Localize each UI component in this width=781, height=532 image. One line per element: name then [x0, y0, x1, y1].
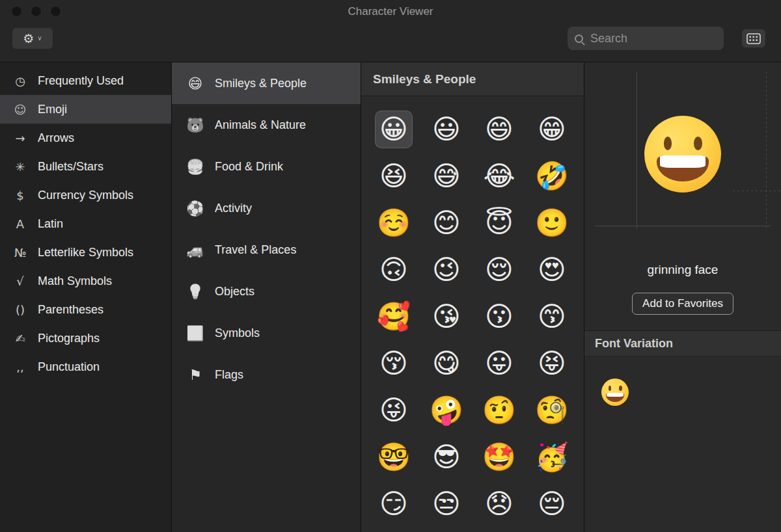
comma-icon: ,,: [10, 360, 30, 374]
sidebar-item-currency-symbols[interactable]: $ Currency Symbols: [0, 181, 171, 209]
sidebar-item-label: Frequently Used: [38, 74, 124, 88]
emoji-cell[interactable]: 😜: [375, 392, 413, 429]
search-input[interactable]: [589, 31, 717, 46]
metric-guide-vertical-dashed: [766, 72, 767, 229]
window-title: Character Viewer: [0, 5, 781, 18]
actions-menu-button[interactable]: ⚙ ∨: [12, 27, 53, 49]
sidebar-item-label: Bullets/Stars: [38, 160, 103, 174]
emoji-cell[interactable]: 😉: [428, 251, 465, 289]
emoji-cell[interactable]: 🤩: [480, 438, 518, 476]
glyph-preview-area: 😀: [584, 62, 781, 258]
emoji-cell[interactable]: 😛: [480, 345, 518, 382]
sidebar-item-punctuation[interactable]: ,, Punctuation: [0, 352, 171, 381]
emoji-cell[interactable]: 🥳: [533, 438, 571, 476]
emoji-cell[interactable]: 😄: [480, 111, 518, 148]
emoji-cell[interactable]: 😝: [533, 345, 571, 382]
emoji-cell[interactable]: 😌: [480, 251, 518, 289]
category-label: Animals & Nature: [215, 118, 306, 132]
category-item-activity[interactable]: ⚽ Activity: [172, 187, 361, 229]
emoji-cell[interactable]: 😅: [428, 157, 465, 195]
emoji-cell[interactable]: 😔: [533, 485, 571, 523]
emoji-cell[interactable]: 😘: [428, 298, 465, 336]
emoji-cell[interactable]: 😞: [480, 485, 518, 523]
category-item-food-drink[interactable]: 🍔 Food & Drink: [172, 146, 361, 187]
category-item-animals-nature[interactable]: 🐻 Animals & Nature: [172, 104, 361, 146]
metric-guide-vertical: [637, 72, 637, 229]
lightbulb-icon: 💡: [186, 284, 204, 300]
glyph-name: grinning face: [584, 263, 781, 277]
emoji-cell[interactable]: 😙: [533, 298, 571, 336]
sidebar-item-parentheses[interactable]: () Parentheses: [0, 295, 171, 324]
emoji-cell[interactable]: 🤓: [375, 438, 413, 476]
emoji-cell[interactable]: 🤣: [533, 157, 571, 195]
category-item-smileys-people[interactable]: 😄 Smileys & People: [172, 62, 361, 104]
emoji-cell[interactable]: 😆: [375, 157, 413, 195]
emoji-cell[interactable]: 😒: [428, 485, 465, 523]
emoji-cell[interactable]: 😃: [428, 111, 465, 148]
sidebar-item-bullets-stars[interactable]: ✳ Bullets/Stars: [0, 152, 171, 181]
emoji-cell[interactable]: 🥰: [375, 298, 413, 336]
sidebar-item-label: Latin: [38, 217, 63, 231]
category-label: Objects: [215, 285, 254, 299]
emoji-cell[interactable]: 😏: [375, 485, 413, 523]
font-variant-glyph[interactable]: 😀: [601, 379, 629, 406]
clock-icon: ◷: [10, 74, 30, 88]
emoji-cell[interactable]: 🙂: [533, 204, 571, 242]
parentheses-icon: (): [10, 303, 30, 317]
face-eye: [609, 386, 612, 391]
add-to-favorites-button[interactable]: Add to Favorites: [632, 293, 733, 315]
variant-emoji-char: 😀: [601, 378, 601, 379]
emoji-cell[interactable]: 😁: [533, 111, 571, 148]
emoji-grid: 😀😃😄😁😆😅😂🤣☺️😊😇🙂🙃😉😌😍🥰😘😗😙😚😋😛😝😜🤪🤨🧐🤓😎🤩🥳😏😒😞😔: [361, 96, 584, 523]
face-teeth: [660, 155, 706, 167]
sidebar-item-math-symbols[interactable]: √ Math Symbols: [0, 267, 171, 295]
gear-icon: ⚙: [23, 33, 34, 45]
sidebar-item-label: Letterlike Symbols: [38, 246, 133, 259]
panel-toggle-button[interactable]: [742, 29, 765, 47]
vehicle-icon: 🚙: [186, 242, 204, 258]
symbols-box-icon: 🔣: [186, 325, 204, 341]
category-item-travel-places[interactable]: 🚙 Travel & Places: [172, 229, 361, 271]
arrow-icon: →: [10, 131, 30, 145]
dollar-icon: $: [10, 189, 30, 202]
sidebar-item-label: Punctuation: [38, 360, 100, 374]
sidebar-item-label: Currency Symbols: [38, 189, 133, 202]
category-item-symbols[interactable]: 🔣 Symbols: [172, 312, 361, 354]
category-label: Activity: [215, 202, 252, 215]
emoji-cell[interactable]: 😎: [428, 438, 465, 476]
smiley-icon: ☺: [10, 103, 30, 116]
sidebar-item-latin[interactable]: A Latin: [0, 209, 171, 238]
emoji-cell[interactable]: 😋: [428, 345, 465, 382]
face-eye: [619, 386, 622, 391]
sidebar-item-letterlike-symbols[interactable]: № Letterlike Symbols: [0, 238, 171, 267]
numero-icon: №: [10, 246, 30, 259]
emoji-cell[interactable]: 😗: [480, 298, 518, 336]
emoji-cell[interactable]: 🙃: [375, 251, 413, 289]
emoji-cell[interactable]: 🤪: [428, 392, 465, 429]
emoji-cell[interactable]: 😀: [375, 111, 413, 148]
sidebar-item-frequently-used[interactable]: ◷ Frequently Used: [0, 66, 171, 95]
sidebar-item-emoji[interactable]: ☺ Emoji: [0, 95, 171, 124]
content: ◷ Frequently Used ☺ Emoji → Arrows ✳ Bul…: [0, 62, 781, 532]
emoji-cell[interactable]: 😇: [480, 204, 518, 242]
emoji-cell[interactable]: ☺️: [375, 204, 413, 242]
category-item-objects[interactable]: 💡 Objects: [172, 271, 361, 312]
bear-icon: 🐻: [186, 117, 204, 133]
face-mouth: [657, 155, 709, 181]
emoji-grid-panel: Smileys & People 😀😃😄😁😆😅😂🤣☺️😊😇🙂🙃😉😌😍🥰😘😗😙😚😋…: [361, 62, 584, 532]
emoji-cell[interactable]: 😂: [480, 157, 518, 195]
emoji-cell[interactable]: 🧐: [533, 392, 571, 429]
emoji-cell[interactable]: 😊: [428, 204, 465, 242]
sidebar-item-arrows[interactable]: → Arrows: [0, 124, 171, 152]
grid-section-header: Smileys & People: [361, 62, 584, 96]
preview-emoji-char: 😀: [644, 115, 644, 116]
category-list: 😄 Smileys & People 🐻 Animals & Nature 🍔 …: [172, 62, 361, 532]
emoji-cell[interactable]: 😍: [533, 251, 571, 289]
category-item-flags[interactable]: ⚑ Flags: [172, 354, 361, 395]
emoji-cell[interactable]: 🤨: [480, 392, 518, 429]
sidebar-item-label: Emoji: [38, 103, 67, 116]
preview-panel: 😀 grinning face Add to Favorites Font Va…: [584, 62, 781, 532]
emoji-cell[interactable]: 😚: [375, 345, 413, 382]
sidebar-item-pictographs[interactable]: ✍ Pictographs: [0, 324, 171, 352]
character-palette-icon: [747, 33, 761, 44]
